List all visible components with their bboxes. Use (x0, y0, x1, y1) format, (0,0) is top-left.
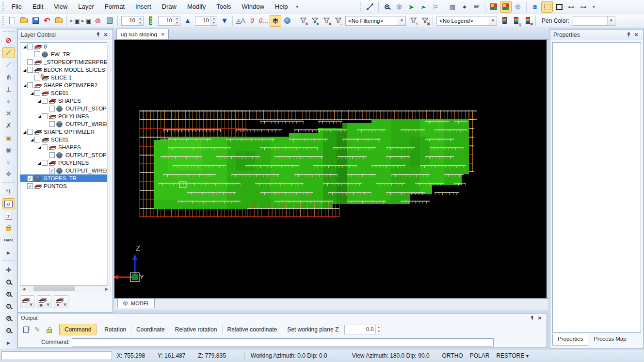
zoom-region-icon[interactable]: ● (381, 1, 393, 13)
layer-tree-item-output-wiref[interactable]: ✓OUTPUT_WIREF (20, 167, 110, 174)
snap-intersection-icon[interactable]: ✕ (2, 108, 15, 119)
layer-visibility-checkbox[interactable] (42, 98, 48, 104)
legend-apply-icon[interactable]: ▯ (510, 15, 522, 27)
copy-output-icon[interactable] (20, 324, 32, 335)
layer-visibility-checkbox[interactable]: ✓ (27, 175, 33, 181)
open-file-icon[interactable] (18, 15, 30, 27)
snap-sphere-icon[interactable]: ○ (2, 157, 15, 168)
filter-edit-icon[interactable]: ✎ (407, 15, 419, 27)
layer-visibility-checkbox[interactable] (49, 106, 55, 111)
layer-visibility-checkbox[interactable] (27, 67, 33, 73)
document-tab[interactable]: ug sub stoping ✕ (116, 29, 169, 39)
filter-combo[interactable]: <No Filtering> ▼ (345, 16, 406, 26)
ellipse-icon[interactable]: 0 (246, 15, 258, 27)
layer-tree-item--stopeoptimizerpreview[interactable]: _STOPEOPTIMIZERPREVIEW (20, 58, 110, 66)
block-model-legend-icon[interactable] (500, 1, 512, 13)
pin-icon[interactable] (625, 31, 632, 39)
output-tab-coordinate[interactable]: Coordinate (131, 324, 170, 335)
layer-visibility-checkbox[interactable] (27, 44, 33, 49)
magic-select-icon[interactable]: ✶ (459, 1, 470, 13)
legend-edit-icon[interactable]: .. (499, 15, 510, 27)
output-tab-relative-coordinate[interactable]: Relative coordinate (223, 324, 283, 335)
view-cube-icon[interactable] (393, 1, 405, 13)
layer-visibility-checkbox[interactable]: ✓ (27, 183, 33, 189)
selection-solid-icon[interactable] (553, 1, 565, 13)
dimension-box-icon[interactable]: ⊶ (578, 1, 589, 13)
clear-output-icon[interactable]: ✎ (32, 324, 43, 335)
menubar-tools-overflow-icon[interactable]: ▾ (590, 4, 598, 9)
remove-layer-filter-button[interactable]: ✕Y (54, 295, 68, 308)
layer-tree-item-slice-1[interactable]: SLICE 1 (20, 74, 110, 81)
scrollbar-thumb[interactable] (33, 286, 75, 291)
legend-remove-icon[interactable]: ✕ (522, 15, 533, 27)
layer-tree-item-0[interactable]: ◢0 (20, 43, 110, 50)
close-icon[interactable]: ✕ (102, 31, 110, 39)
layer-visibility-checkbox[interactable] (34, 75, 40, 80)
snap-point-icon[interactable]: ∘ (2, 95, 15, 107)
menubar-overflow-icon[interactable]: ▾ (293, 4, 302, 9)
close-icon[interactable]: ✕ (536, 314, 544, 322)
zoom-in-icon[interactable]: + (2, 289, 15, 300)
point-size-spinner[interactable]: 10 ▲▼ (121, 16, 144, 26)
working-plane-icon[interactable] (104, 15, 115, 27)
fly-through-icon[interactable]: ➢ (418, 1, 429, 13)
layer-tree-item-stopes-tr[interactable]: ✓STOPES_TR (20, 174, 110, 182)
menu-edit[interactable]: Edit (27, 1, 48, 12)
menu-insert[interactable]: Insert (130, 1, 157, 12)
layer-visibility-checkbox[interactable] (49, 152, 55, 158)
move-to-layer-icon[interactable]: ⇤▣ (69, 15, 80, 27)
lock-working-plane-icon[interactable] (2, 222, 15, 234)
shaded-view-icon[interactable] (270, 15, 281, 27)
tree-expand-icon[interactable]: ◢ (37, 114, 42, 119)
layer-tree-item-puntos[interactable]: ✓PUNTOS (20, 182, 110, 190)
filter-delete-icon[interactable]: ✕ (419, 15, 431, 27)
filter-range-icon[interactable]: ⇔ (332, 15, 344, 27)
menu-window[interactable]: Window (237, 1, 270, 12)
grid-handles-icon[interactable]: ⧈ (529, 1, 541, 13)
menu-view[interactable]: View (48, 1, 73, 12)
scroll-right-icon[interactable]: ▶ (103, 287, 110, 291)
layer-tree-item-shapes[interactable]: ◢SHAPES (20, 97, 110, 105)
text-style-icon[interactable]: ◬A (235, 15, 246, 27)
output-tab-rotation[interactable]: Rotation (99, 324, 131, 335)
layer-tree-item-output-stop[interactable]: OUTPUT_STOP (20, 105, 110, 112)
layer-visibility-checkbox[interactable] (34, 137, 40, 142)
measure-line-icon[interactable] (364, 1, 376, 13)
select-by-window-icon[interactable]: ▦ (447, 1, 458, 13)
layer-tree-item-output-wiref[interactable]: OUTPUT_WIREF (20, 120, 110, 128)
layer-tree-item-polylines[interactable]: ◢POLYLINES (20, 159, 110, 167)
force-icon[interactable]: Force (2, 235, 15, 246)
ellipse-options-icon[interactable]: 0… (258, 15, 270, 27)
legend-combo[interactable]: <No Legend> ▼ (436, 16, 497, 26)
layer-visibility-checkbox[interactable] (34, 90, 40, 96)
mode-o-icon[interactable]: o (2, 198, 15, 209)
tree-expand-icon[interactable]: ◢ (22, 130, 27, 134)
scroll-left-icon[interactable]: ◀ (20, 287, 27, 291)
rail-expand-icon[interactable]: ▸ (2, 247, 15, 258)
filter-clear-icon[interactable]: ✕ (321, 15, 332, 27)
chevron-down-icon[interactable]: ▼ (607, 16, 615, 25)
angle-snap-icon[interactable]: °1 (2, 186, 15, 197)
layer-tree-item-sce01[interactable]: ◢SCE01 (20, 89, 110, 97)
filter-remove-pick-icon[interactable]: ✕ (297, 15, 309, 27)
zoom-previous-icon[interactable]: − (2, 325, 15, 336)
tree-expand-icon[interactable]: ◢ (30, 91, 34, 95)
layer-visibility-checkbox[interactable] (42, 160, 48, 166)
block-model-colors-icon[interactable] (488, 1, 499, 13)
line-width-spinner[interactable]: 10 ▲▼ (158, 16, 180, 26)
close-icon[interactable]: ✕ (632, 31, 640, 39)
line-width-value[interactable]: 10 (159, 16, 174, 25)
chevron-down-icon[interactable]: ▼ (489, 16, 497, 25)
copy-to-layer-icon[interactable]: ⇤▣ (80, 15, 92, 27)
dimension-horizontal-icon[interactable]: ⊷ (565, 1, 577, 13)
tab-properties[interactable]: Properties (552, 334, 588, 346)
model-view-tab[interactable]: MODEL (117, 299, 155, 308)
point-size-value[interactable]: 10 (122, 16, 137, 25)
menu-draw[interactable]: Draw (157, 1, 182, 12)
mode-z-icon[interactable]: z (2, 210, 15, 221)
pen-color-combo[interactable]: ▼ (573, 16, 615, 26)
zoom-out-icon[interactable]: − (2, 276, 15, 287)
menu-format[interactable]: Format (99, 1, 130, 12)
snap-vertex-icon[interactable]: ❖ (2, 169, 15, 180)
orbit-icon[interactable] (281, 15, 293, 27)
